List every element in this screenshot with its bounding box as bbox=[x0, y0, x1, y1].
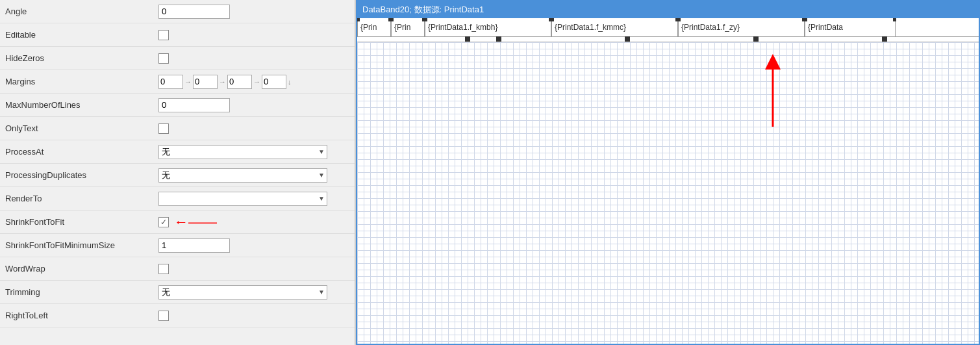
trimming-value: 无 ▼ bbox=[158, 285, 352, 300]
band-col-6-text: {PrintData bbox=[808, 23, 843, 32]
trimming-select[interactable]: 无 bbox=[158, 285, 327, 300]
band-col-5-text: {PrintData1.f_zy} bbox=[681, 23, 740, 32]
margin-arrow-1: → bbox=[184, 78, 192, 86]
hidezeros-label: HideZeros bbox=[3, 53, 158, 63]
renderto-label: RenderTo bbox=[3, 194, 158, 203]
grid-canvas[interactable] bbox=[357, 42, 979, 344]
shrinkfonttofitminimumsize-input[interactable] bbox=[158, 238, 230, 253]
band-header-text: DataBand20; 数据源: PrintData1 bbox=[362, 4, 484, 16]
trimming-label: Trimming bbox=[3, 287, 158, 297]
wordwrap-label: WordWrap bbox=[3, 264, 158, 274]
shrink-red-arrow-icon: ←—— bbox=[174, 215, 217, 229]
margins-label: Margins bbox=[3, 77, 158, 86]
angle-value bbox=[158, 5, 352, 19]
maxnumberoflines-input[interactable] bbox=[158, 98, 230, 112]
renderto-select[interactable] bbox=[158, 192, 327, 206]
processingduplicates-value: 无 ▼ bbox=[158, 168, 352, 183]
shrinkfonttofit-row: ShrinkFontToFit ←—— bbox=[0, 211, 355, 234]
righttoleft-checkbox[interactable] bbox=[158, 311, 169, 321]
margin-input-4[interactable] bbox=[262, 75, 286, 89]
renderto-row: RenderTo ▼ bbox=[0, 187, 355, 211]
band-col-6[interactable]: {PrintData bbox=[805, 18, 896, 36]
margin-input-3[interactable] bbox=[227, 75, 252, 89]
col-handle-4[interactable] bbox=[753, 36, 759, 42]
band-col-1-text: {Prin bbox=[360, 23, 377, 32]
band-col-4[interactable]: {PrintData1.f_kmmc} bbox=[551, 18, 678, 36]
band-col-4-text: {PrintData1.f_kmmc} bbox=[555, 23, 626, 32]
processat-select-wrapper: 无 ▼ bbox=[158, 145, 327, 159]
design-canvas: DataBand20; 数据源: PrintData1 {Prin {Prin … bbox=[356, 0, 980, 345]
band-col-3-text: {PrintData1.f_kmbh} bbox=[428, 23, 497, 32]
shrinkfonttofit-value: ←—— bbox=[158, 215, 352, 229]
renderto-select-wrapper: ▼ bbox=[158, 192, 327, 206]
maxnumberoflines-row: MaxNumberOfLines bbox=[0, 94, 355, 117]
onlytext-label: OnlyText bbox=[3, 123, 158, 133]
band-col-3[interactable]: {PrintData1.f_kmbh} bbox=[425, 18, 551, 36]
margin-input-1[interactable] bbox=[158, 75, 183, 89]
column-handle-row bbox=[357, 37, 979, 42]
properties-panel: Angle Editable HideZeros Margins → → → bbox=[0, 0, 356, 345]
col-handle-2[interactable] bbox=[496, 36, 501, 42]
onlytext-checkbox[interactable] bbox=[158, 123, 169, 134]
band-col-5[interactable]: {PrintData1.f_zy} bbox=[678, 18, 805, 36]
processingduplicates-row: ProcessingDuplicates 无 ▼ bbox=[0, 164, 355, 187]
margin-input-2[interactable] bbox=[193, 75, 218, 89]
onlytext-value bbox=[158, 123, 352, 134]
wordwrap-row: WordWrap bbox=[0, 257, 355, 281]
processingduplicates-select-wrapper: 无 ▼ bbox=[158, 168, 327, 183]
col-handle-3[interactable] bbox=[625, 36, 630, 42]
hidezeros-row: HideZeros bbox=[0, 47, 355, 70]
editable-row: Editable bbox=[0, 23, 355, 47]
editable-label: Editable bbox=[3, 30, 158, 40]
righttoleft-value bbox=[158, 311, 352, 321]
margins-group: → → → ↓ bbox=[158, 75, 292, 89]
editable-value bbox=[158, 30, 352, 40]
shrinkfonttofitminimumsize-value bbox=[158, 238, 352, 253]
hidezeros-checkbox[interactable] bbox=[158, 53, 169, 64]
processingduplicates-select[interactable]: 无 bbox=[158, 168, 327, 183]
band-header: DataBand20; 数据源: PrintData1 bbox=[357, 1, 979, 18]
col-handle-1[interactable] bbox=[465, 36, 470, 42]
processat-label: ProcessAt bbox=[3, 147, 158, 157]
shrinkfonttofitminimumsize-label: ShrinkFontToFitMinimumSize bbox=[3, 240, 158, 250]
wordwrap-value bbox=[158, 264, 352, 274]
margins-value: → → → ↓ bbox=[158, 75, 352, 89]
righttoleft-label: RightToLeft bbox=[3, 311, 158, 320]
shrinkfonttofitminimumsize-row: ShrinkFontToFitMinimumSize bbox=[0, 234, 355, 257]
renderto-value: ▼ bbox=[158, 192, 352, 206]
editable-checkbox[interactable] bbox=[158, 30, 169, 40]
band-col-2[interactable]: {Prin bbox=[391, 18, 425, 36]
margin-arrow-2: → bbox=[219, 78, 226, 86]
processat-row: ProcessAt 无 ▼ bbox=[0, 140, 355, 164]
hidezeros-value bbox=[158, 53, 352, 64]
angle-input[interactable] bbox=[158, 5, 230, 19]
margins-row: Margins → → → ↓ bbox=[0, 70, 355, 94]
maxnumberoflines-label: MaxNumberOfLines bbox=[3, 100, 158, 110]
trimming-select-wrapper: 无 ▼ bbox=[158, 285, 327, 300]
band-col-1[interactable]: {Prin bbox=[357, 18, 391, 36]
shrinkfonttofit-label: ShrinkFontToFit bbox=[3, 217, 158, 227]
processat-value: 无 ▼ bbox=[158, 145, 352, 159]
onlytext-row: OnlyText bbox=[0, 117, 355, 140]
wordwrap-checkbox[interactable] bbox=[158, 264, 169, 274]
col-handle-5[interactable] bbox=[882, 36, 887, 42]
margin-arrow-3: → bbox=[253, 78, 260, 86]
angle-row: Angle bbox=[0, 0, 355, 23]
red-arrow-annotation bbox=[734, 55, 812, 133]
maxnumberoflines-value bbox=[158, 98, 352, 112]
band-columns-row: {Prin {Prin {PrintData1.f_kmbh} {PrintDa… bbox=[357, 18, 979, 37]
angle-label: Angle bbox=[3, 6, 158, 16]
processat-select[interactable]: 无 bbox=[158, 145, 327, 159]
shrinkfonttofit-checkbox[interactable] bbox=[158, 217, 169, 227]
band-col-2-text: {Prin bbox=[394, 23, 410, 32]
margin-arrow-4: ↓ bbox=[288, 78, 292, 86]
trimming-row: Trimming 无 ▼ bbox=[0, 281, 355, 304]
processingduplicates-label: ProcessingDuplicates bbox=[3, 170, 158, 180]
righttoleft-row: RightToLeft bbox=[0, 304, 355, 327]
